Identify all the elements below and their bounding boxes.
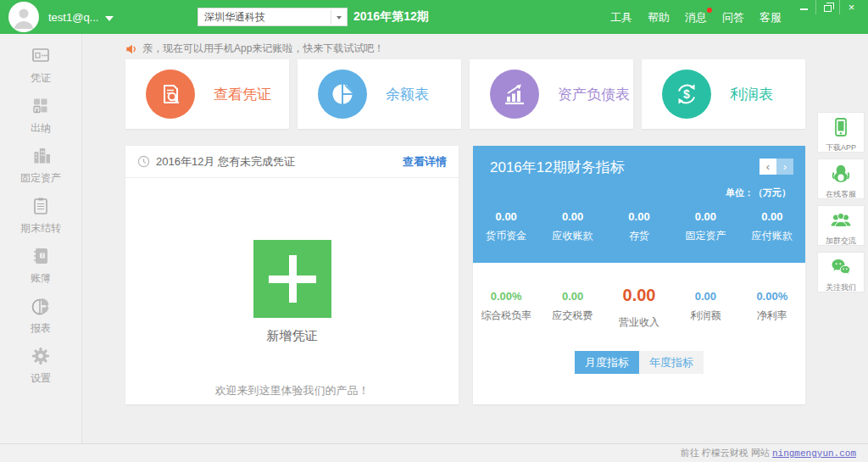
stat-tax-burden-rate: 0.00%综合税负率 (473, 290, 539, 330)
stat-value: 0.00% (473, 290, 539, 303)
prev-period-button[interactable]: ‹ (760, 159, 776, 175)
menu-messages-label: 消息 (685, 11, 707, 24)
quick-card-label: 资产负债表 (558, 85, 630, 104)
balance-sheet-card[interactable]: 资产负债表 (470, 59, 633, 129)
download-app-button[interactable]: 下载APP (817, 112, 865, 153)
balance-table-card[interactable]: 余额表 (298, 59, 461, 129)
stat-monetary-funds: 0.00货币资金 (473, 210, 539, 243)
sidebar-item-reports[interactable]: 报表 (0, 295, 81, 345)
stat-label: 营业收入 (606, 315, 672, 330)
online-support-button[interactable]: 在线客服 (817, 159, 865, 199)
balance-sheet-icon (490, 70, 539, 119)
menu-messages[interactable]: 消息 (685, 10, 707, 25)
stat-label: 应付账款 (739, 229, 805, 243)
voucher-icon (30, 45, 52, 67)
quick-card-label: 余额表 (386, 85, 429, 104)
voucher-panel-title: 2016年12月 您有未完成凭证 (156, 154, 397, 170)
user-dropdown-caret-icon[interactable] (105, 16, 114, 21)
footer: 前往 柠檬云财税 网站 ningmengyun.com (0, 443, 868, 462)
tool-label: 关注我们 (818, 282, 864, 293)
buildings-icon (30, 145, 52, 167)
join-group-button[interactable]: 加群交流 (817, 205, 865, 246)
financial-indicator-panel: 2016年12期财务指标 ‹ › 单位：（万元） 0.00货币资金 0.00应收… (473, 146, 805, 404)
notification-bar: 亲，现在可以用手机App来记账啦，快来下载试试吧！ (125, 42, 384, 56)
menu-support[interactable]: 客服 (760, 10, 782, 25)
clock-icon (137, 155, 150, 168)
follow-us-button[interactable]: 关注我们 (817, 252, 865, 292)
tool-label: 在线客服 (818, 189, 864, 200)
view-voucher-card[interactable]: 查看凭证 (125, 59, 289, 129)
stat-label: 利润额 (672, 309, 738, 323)
svg-text:$: $ (683, 87, 690, 101)
notebook-icon: $ (30, 245, 52, 267)
sidebar-label: 凭证 (31, 72, 51, 84)
minimize-button[interactable] (792, 0, 815, 14)
stat-value: 0.00 (672, 210, 738, 223)
unread-badge (707, 8, 712, 13)
stat-label: 应交税费 (539, 309, 605, 323)
unit-label: 单位：（万元） (726, 186, 791, 199)
gear-icon (30, 345, 52, 367)
sidebar-item-ledgers[interactable]: $ 账簿 (0, 245, 81, 295)
cashier-icon (30, 95, 52, 117)
website-link[interactable]: ningmengyun.com (772, 448, 856, 459)
profit-table-icon: $ (662, 70, 711, 119)
stat-receivables: 0.00应收账款 (539, 210, 605, 243)
balance-table-icon (318, 70, 367, 119)
notification-text: 亲，现在可以用手机App来记账啦，快来下载试试吧！ (142, 42, 384, 56)
sidebar-item-fixed-assets[interactable]: 固定资产 (0, 145, 81, 195)
sidebar-item-period-end[interactable]: 期末结转 (0, 195, 81, 245)
add-voucher-button[interactable] (253, 240, 331, 318)
main-content: 亲，现在可以用手机App来记账啦，快来下载试试吧！ 查看凭证 余额表 资产负债表 (83, 34, 868, 443)
maximize-button[interactable] (815, 0, 839, 14)
sidebar-label: 期末结转 (20, 222, 61, 234)
menu-help[interactable]: 帮助 (648, 10, 670, 25)
maximize-icon (824, 5, 832, 12)
unfinished-voucher-panel: 2016年12月 您有未完成凭证 查看详情 新增凭证 欢迎来到这里体验我们的产品… (125, 146, 459, 404)
menu-qa[interactable]: 问答 (722, 10, 744, 25)
user-avatar[interactable] (8, 2, 39, 32)
close-icon: × (849, 2, 855, 13)
view-detail-link[interactable]: 查看详情 (403, 154, 447, 170)
stat-inventory: 0.00存货 (606, 210, 672, 243)
select-dropdown-icon[interactable] (331, 9, 346, 25)
indicator-tabs: 月度指标 年度指标 (473, 351, 805, 374)
wechat-icon (830, 256, 852, 278)
qq-penguin-icon (830, 163, 852, 185)
tab-monthly-indicators[interactable]: 月度指标 (575, 351, 639, 374)
phone-icon (830, 116, 852, 138)
menu-tools[interactable]: 工具 (610, 10, 632, 25)
tab-yearly-indicators[interactable]: 年度指标 (639, 351, 704, 374)
sidebar: 凭证 出纳 固定资产 期末结转 $ 账簿 报表 设置 (0, 34, 82, 443)
view-voucher-icon (146, 70, 195, 119)
quick-actions: 查看凭证 余额表 资产负债表 $ 利润表 (125, 59, 805, 129)
next-period-button[interactable]: › (776, 159, 793, 175)
stat-label: 综合税负率 (473, 309, 539, 323)
dashboard-panels: 2016年12月 您有未完成凭证 查看详情 新增凭证 欢迎来到这里体验我们的产品… (125, 146, 805, 404)
username[interactable]: test1@q... (48, 11, 98, 24)
sidebar-item-voucher[interactable]: 凭证 (0, 45, 81, 95)
company-select[interactable]: 深圳华通科技 (198, 8, 348, 26)
stat-label: 存货 (606, 229, 672, 243)
stat-profit: 0.00利润额 (672, 290, 738, 330)
stat-value: 0.00 (473, 210, 539, 223)
secondary-stats-row: 0.00%综合税负率 0.00应交税费 0.00营业收入 0.00利润额 0.0… (473, 290, 805, 330)
stat-label: 货币资金 (473, 229, 539, 243)
speaker-icon (125, 43, 137, 55)
voucher-panel-header: 2016年12月 您有未完成凭证 查看详情 (125, 146, 459, 178)
sidebar-label: 出纳 (31, 122, 51, 134)
sidebar-item-settings[interactable]: 设置 (0, 345, 81, 395)
profit-table-card[interactable]: $ 利润表 (642, 59, 805, 129)
quick-card-label: 查看凭证 (214, 85, 271, 104)
period-pager: ‹ › (760, 159, 793, 175)
clipboard-icon (30, 195, 52, 217)
sidebar-label: 固定资产 (20, 172, 61, 184)
stat-net-margin: 0.00%净利率 (739, 290, 805, 330)
stat-label: 应收账款 (539, 229, 605, 243)
sidebar-item-cashier[interactable]: 出纳 (0, 95, 81, 145)
stat-value: 0.00 (539, 210, 605, 223)
minimize-icon (800, 8, 808, 10)
quick-card-label: 利润表 (730, 85, 773, 104)
person-icon (13, 6, 35, 30)
close-button[interactable]: × (839, 0, 863, 14)
